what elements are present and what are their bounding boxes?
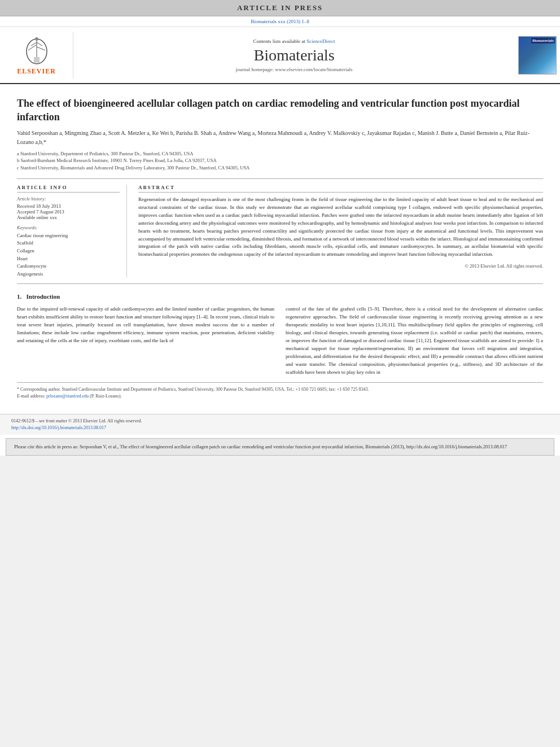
thumb-label: Biomaterials <box>531 38 555 43</box>
authors-text: Vahid Serpooshan a, Mingming Zhao a, Sco… <box>17 130 530 145</box>
keyword-3: Collagen <box>17 247 120 255</box>
keyword-1: Cardiac tissue engineering <box>17 232 120 240</box>
affiliation-c: c Stanford University, Biomaterials and … <box>17 164 543 172</box>
journal-info-bar: Biomaterials xxx (2013) 1–8 <box>0 16 560 27</box>
introduction-section: 1. Introduction Due to the impaired self… <box>17 293 543 376</box>
svg-line-6 <box>37 42 42 46</box>
abstract-copyright: © 2013 Elsevier Ltd. All rights reserved… <box>138 263 543 269</box>
issn-line: 0142-9612/$ – see front matter © 2013 El… <box>11 418 549 425</box>
footnote-star-note: * Corresponding author. Stanford Cardiov… <box>17 387 369 392</box>
affiliation-b: b Sanford-Burnham Medical Research Insti… <box>17 157 543 164</box>
received-date: Received 18 July 2013 Accepted 7 August … <box>17 203 120 220</box>
doi-link[interactable]: http://dx.doi.org/10.1016/j.biomaterials… <box>11 425 106 430</box>
authors: Vahid Serpooshan a, Mingming Zhao a, Sco… <box>17 129 543 147</box>
abstract-text: Regeneration of the damaged myocardium i… <box>138 196 543 259</box>
info-abstract-section: ARTICLE INFO Article history: Received 1… <box>17 185 543 278</box>
citation-footer: Please cite this article in press as: Se… <box>6 438 554 456</box>
contents-line: Contents lists available at ScienceDirec… <box>73 38 515 44</box>
citation-text: Please cite this article in press as: Se… <box>14 444 507 449</box>
journal-title: Biomaterials <box>73 46 515 64</box>
journal-title-block: Contents lists available at ScienceDirec… <box>73 32 515 78</box>
doi-line: http://dx.doi.org/10.1016/j.biomaterials… <box>11 425 549 431</box>
keyword-6: Angiogenesis <box>17 270 120 278</box>
elsevier-brand-text: ELSEVIER <box>17 67 56 76</box>
article-title: The effect of bioengineered acellular co… <box>17 97 543 124</box>
page: ARTICLE IN PRESS Biomaterials xxx (2013)… <box>0 0 560 456</box>
svg-line-3 <box>28 45 37 50</box>
intro-col1: Due to the impaired self-renewal capacit… <box>17 305 274 376</box>
affiliations: a Stanford University, Department of Ped… <box>17 150 543 172</box>
issn-text: 0142-9612/$ – see front matter © 2013 El… <box>11 418 142 423</box>
biomaterials-thumbnail: Biomaterials <box>515 32 560 78</box>
intro-col1-text: Due to the impaired self-renewal capacit… <box>17 305 274 345</box>
journal-homepage: journal homepage: www.elsevier.com/locat… <box>73 67 515 72</box>
article-info-heading: ARTICLE INFO <box>17 185 120 193</box>
intro-col2-text: control of the fate of the grafted cells… <box>286 305 543 376</box>
history-label: Article history: <box>17 196 120 202</box>
sciencedirect-link[interactable]: ScienceDirect <box>307 38 335 44</box>
email-link[interactable]: prlozano@stanford.edu <box>46 394 89 399</box>
affiliation-a: a Stanford University, Department of Ped… <box>17 150 543 158</box>
keyword-2: Scaffold <box>17 239 120 247</box>
journal-header: ELSEVIER Contents lists available at Sci… <box>0 27 560 84</box>
main-content: The effect of bioengineered acellular co… <box>0 84 560 405</box>
keywords-list: Cardiac tissue engineering Scaffold Coll… <box>17 232 120 278</box>
journal-citation: Biomaterials xxx (2013) 1–8 <box>251 19 309 24</box>
email-person: (P. Ruiz-Lozano). <box>90 394 122 399</box>
elsevier-tree-icon <box>17 34 56 65</box>
footnote-section: * Corresponding author. Stanford Cardiov… <box>17 382 543 400</box>
svg-point-7 <box>35 37 38 41</box>
elsevier-logo-block: ELSEVIER <box>0 32 73 78</box>
banner-text: ARTICLE IN PRESS <box>237 3 323 12</box>
article-info-column: ARTICLE INFO Article history: Received 1… <box>17 185 127 278</box>
svg-rect-0 <box>34 57 40 63</box>
intro-title: 1. Introduction <box>17 293 543 300</box>
abstract-heading: ABSTRACT <box>138 185 543 193</box>
footnote-email: E-mail address: prlozano@stanford.edu (P… <box>17 393 543 400</box>
keywords-label: Keywords: <box>17 225 120 230</box>
intro-number: 1. <box>17 293 21 300</box>
intro-heading: Introduction <box>27 293 60 300</box>
article-in-press-banner: ARTICLE IN PRESS <box>0 0 560 16</box>
divider-1 <box>17 178 543 179</box>
thumb-image: Biomaterials <box>518 36 557 75</box>
svg-line-4 <box>37 47 45 50</box>
intro-body-columns: Due to the impaired self-renewal capacit… <box>17 305 543 376</box>
footnote-star: * Corresponding author. Stanford Cardiov… <box>17 386 543 393</box>
divider-2 <box>17 283 543 284</box>
keyword-4: Heart <box>17 255 120 263</box>
intro-col2: control of the fate of the grafted cells… <box>286 305 543 376</box>
keyword-5: Cardiomyocyte <box>17 263 120 270</box>
email-label: E-mail address: <box>17 394 45 399</box>
abstract-column: ABSTRACT Regeneration of the damaged myo… <box>138 185 543 278</box>
bottom-license: 0142-9612/$ – see front matter © 2013 El… <box>0 414 560 435</box>
